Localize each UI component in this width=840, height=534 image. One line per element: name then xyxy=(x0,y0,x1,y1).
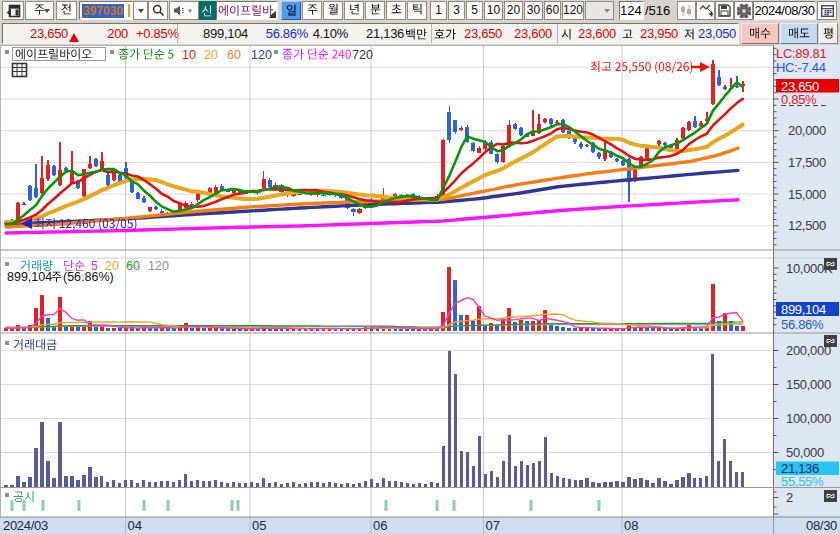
svg-text:(56.86%): (56.86%) xyxy=(63,270,114,284)
svg-text:0.85%: 0.85% xyxy=(781,92,817,107)
svg-text:07: 07 xyxy=(486,518,500,533)
svg-text:720: 720 xyxy=(352,48,373,62)
svg-text:08: 08 xyxy=(624,518,638,533)
svg-text:04: 04 xyxy=(128,518,142,533)
svg-text:120: 120 xyxy=(148,259,169,273)
svg-text:2024/03: 2024/03 xyxy=(3,518,48,533)
svg-text:HC:-7.44: HC:-7.44 xyxy=(776,60,826,75)
svg-text:20,000: 20,000 xyxy=(788,123,826,138)
svg-text:150,000: 150,000 xyxy=(786,377,831,392)
svg-text:08/30: 08/30 xyxy=(806,518,837,533)
svg-text:60: 60 xyxy=(126,259,140,273)
svg-text:120: 120 xyxy=(251,48,272,62)
svg-text:899,104: 899,104 xyxy=(781,302,826,317)
svg-text:100,000: 100,000 xyxy=(786,411,831,426)
svg-text:55,55%: 55,55% xyxy=(781,474,824,489)
svg-text:2: 2 xyxy=(786,490,793,505)
svg-text:17,500: 17,500 xyxy=(788,155,826,170)
svg-text:899,104: 899,104 xyxy=(7,270,52,284)
svg-text:50,000: 50,000 xyxy=(786,445,824,460)
svg-text:05: 05 xyxy=(252,518,266,533)
svg-text:15,000: 15,000 xyxy=(788,187,826,202)
svg-text:10: 10 xyxy=(182,48,196,62)
svg-text:12,500: 12,500 xyxy=(788,218,826,233)
svg-text:06: 06 xyxy=(373,518,387,533)
svg-text:60: 60 xyxy=(227,48,241,62)
svg-text:20: 20 xyxy=(204,48,218,62)
svg-text:56.86%: 56.86% xyxy=(781,317,824,332)
